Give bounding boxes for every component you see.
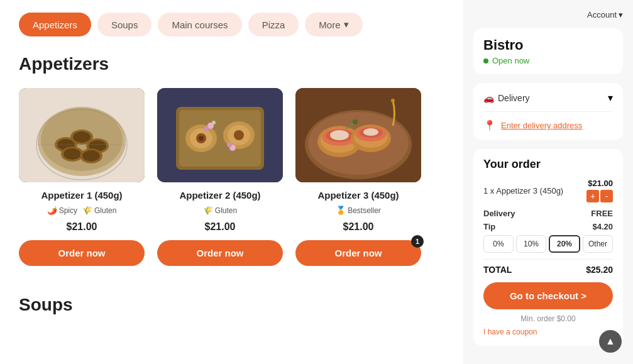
order-item-price: $21.00 <box>588 179 613 188</box>
svg-point-27 <box>212 121 216 124</box>
tip-label: Tip <box>483 222 495 231</box>
scroll-up-button[interactable]: ▲ <box>599 330 622 353</box>
svg-point-10 <box>63 148 81 160</box>
product-image-1 <box>19 88 145 182</box>
delivery-type-row: 🚗 Delivery ▾ <box>483 92 613 104</box>
tab-soups[interactable]: Soups <box>97 13 152 36</box>
total-label: TOTAL <box>483 265 512 275</box>
product-card-2: Appetizer 2 (450g) 🌾 Gluten $21.00 Order… <box>157 88 283 272</box>
tip-options: 0% 10% 20% Other <box>483 235 613 253</box>
svg-point-6 <box>73 131 91 143</box>
order-button-2[interactable]: Order now <box>157 240 283 266</box>
delivery-card: 🚗 Delivery ▾ 📍 Enter delivery address <box>473 83 623 140</box>
qty-decrease-btn[interactable]: - <box>600 190 613 202</box>
product-name-1: Appetizer 1 (450g) <box>19 190 145 201</box>
tip-20-btn[interactable]: 20% <box>549 235 580 253</box>
product-name-3: Appetizer 3 (450g) <box>295 190 421 201</box>
product-price-2: $21.00 <box>157 221 283 233</box>
open-status: Open now <box>483 56 613 65</box>
tag-gluten: 🌾 Gluten <box>82 206 116 215</box>
status-dot-icon <box>483 58 488 63</box>
svg-point-45 <box>391 99 395 102</box>
delivery-fee-label: Delivery <box>483 209 515 218</box>
order-item-name: 1 x Appetizer 3 (450g) <box>483 186 563 196</box>
product-card-1: Appetizer 1 (450g) 🌶️ Spicy 🌾 Gluten $21… <box>19 88 145 272</box>
delivery-type: 🚗 Delivery <box>483 93 603 103</box>
product-tags-2: 🌾 Gluten <box>157 206 283 215</box>
car-icon: 🚗 <box>483 93 494 103</box>
tip-other-btn[interactable]: Other <box>583 235 613 253</box>
qty-controls: + - <box>586 190 613 202</box>
tip-0-btn[interactable]: 0% <box>483 235 514 253</box>
spicy-icon: 🌶️ <box>47 206 57 215</box>
product-price-3: $21.00 <box>295 221 421 233</box>
chevron-up-icon: ▲ <box>605 336 615 347</box>
order-title: Your order <box>483 158 613 171</box>
gluten-icon: 🌾 <box>82 206 92 215</box>
divider <box>483 111 613 112</box>
bistro-card: Bistro Open now <box>473 28 623 74</box>
chevron-down-icon: ▾ <box>344 19 349 30</box>
section-title-soups: Soups <box>19 295 444 315</box>
delivery-chevron-icon: ▾ <box>608 92 613 104</box>
tab-pizza[interactable]: Pizza <box>248 13 299 36</box>
svg-point-37 <box>330 130 349 140</box>
order-item-row: 1 x Appetizer 3 (450g) $21.00 + - <box>483 179 613 202</box>
total-row: TOTAL $25.20 <box>483 259 613 275</box>
delivery-fee-row: Delivery FREE <box>483 209 613 218</box>
product-image-3 <box>295 88 421 182</box>
order-button-3[interactable]: Order now 1 <box>295 240 421 266</box>
svg-point-42 <box>363 128 378 136</box>
min-order-text: Min. order $0.00 <box>483 314 613 323</box>
tab-appetizers[interactable]: Appetizers <box>19 13 91 36</box>
product-grid: Appetizer 1 (450g) 🌶️ Spicy 🌾 Gluten $21… <box>19 88 444 272</box>
svg-point-44 <box>353 119 358 124</box>
tip-value: $4.20 <box>592 222 613 231</box>
account-chevron-icon: ▾ <box>619 10 623 19</box>
tab-more[interactable]: More ▾ <box>305 13 362 36</box>
checkout-button[interactable]: Go to checkout > <box>483 282 613 309</box>
tip-row: Tip $4.20 <box>483 222 613 231</box>
delivery-fee-value: FREE <box>591 209 613 218</box>
tag-spicy: 🌶️ Spicy <box>47 206 77 215</box>
section-title-appetizers: Appetizers <box>19 54 444 74</box>
product-name-2: Appetizer 2 (450g) <box>157 190 283 201</box>
bestseller-icon: 🏅 <box>336 206 346 215</box>
svg-point-21 <box>199 136 204 141</box>
svg-point-29 <box>227 142 232 147</box>
product-price-1: $21.00 <box>19 221 145 233</box>
gluten-icon-2: 🌾 <box>203 206 213 215</box>
order-button-1[interactable]: Order now <box>19 240 145 266</box>
tip-10-btn[interactable]: 10% <box>516 235 546 253</box>
total-value: $25.20 <box>586 265 613 275</box>
order-card: Your order 1 x Appetizer 3 (450g) $21.00… <box>473 149 623 346</box>
location-icon: 📍 <box>483 119 496 131</box>
delivery-address-button[interactable]: Enter delivery address <box>501 121 582 130</box>
coupon-link[interactable]: I have a coupon <box>483 328 537 336</box>
account-button[interactable]: Account ▾ <box>587 10 623 19</box>
qty-increase-btn[interactable]: + <box>586 190 599 202</box>
svg-point-24 <box>234 130 244 140</box>
account-bar: Account ▾ <box>473 10 623 19</box>
tag-gluten-2: 🌾 Gluten <box>203 206 237 215</box>
product-image-2 <box>157 88 283 182</box>
product-tags-1: 🌶️ Spicy 🌾 Gluten <box>19 206 145 215</box>
tab-main-courses[interactable]: Main courses <box>158 13 241 36</box>
svg-point-12 <box>82 150 100 162</box>
svg-point-26 <box>204 126 209 131</box>
delivery-address-row: 📍 Enter delivery address <box>483 119 613 131</box>
product-tags-3: 🏅 Bestseller <box>295 206 421 215</box>
order-badge-3: 1 <box>411 235 424 248</box>
sidebar: Account ▾ Bistro Open now 🚗 Delivery ▾ <box>463 0 633 364</box>
category-nav: Appetizers Soups Main courses Pizza More… <box>19 13 444 36</box>
tag-bestseller: 🏅 Bestseller <box>336 206 381 215</box>
bistro-name: Bistro <box>483 37 613 53</box>
product-card-3: Appetizer 3 (450g) 🏅 Bestseller $21.00 O… <box>295 88 421 272</box>
